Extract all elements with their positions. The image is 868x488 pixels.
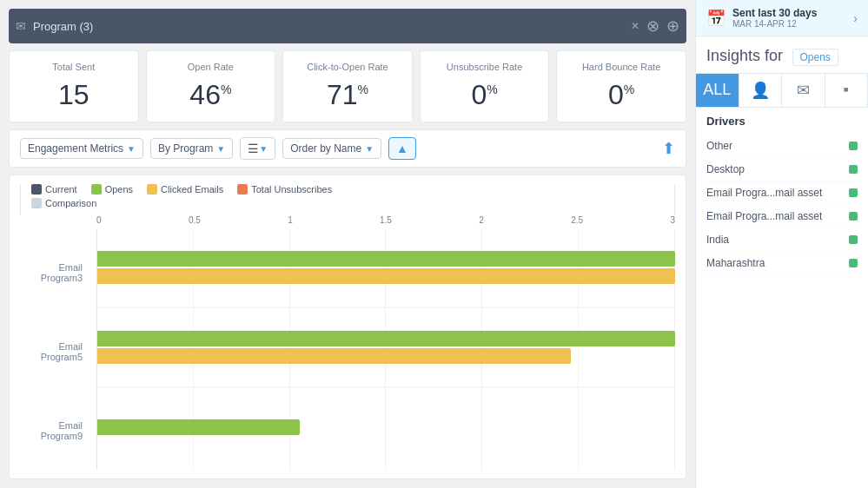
metric-dropdown-arrow: ▼ — [127, 144, 136, 154]
sort-asc-icon: ▲ — [396, 142, 408, 155]
tab-close-icon[interactable]: ✕ — [631, 20, 639, 32]
drivers-title: Drivers — [706, 115, 858, 128]
bar-group-program3 — [97, 228, 675, 308]
stat-label-cto-rate: Click-to-Open Rate — [297, 62, 398, 72]
filter-tab-email[interactable]: ✉ — [782, 74, 825, 107]
y-label-program9: Email Program9 — [20, 403, 89, 458]
tab-label: Program (3) — [33, 20, 624, 33]
bar-program9-opens — [97, 419, 675, 435]
legend-unsub: Total Unsubscribes — [237, 184, 332, 195]
stat-total-sent: Total Sent 15 — [9, 50, 139, 122]
stat-cto-rate: Click-to-Open Rate 71% — [282, 50, 413, 122]
driver-maharashtra: Maharashtra — [706, 252, 858, 275]
stat-value-open-rate: 46% — [161, 79, 262, 111]
group-dropdown-arrow: ▼ — [216, 144, 225, 154]
stats-row: Total Sent 15 Open Rate 46% Click-to-Ope… — [9, 50, 686, 122]
sort-asc-button[interactable]: ▲ — [388, 137, 416, 160]
left-panel: ✉ Program (3) ✕ ⊗ ⊕ Total Sent 15 Open R… — [0, 0, 695, 488]
person-icon: 👤 — [751, 82, 770, 99]
x-label-3: 3 — [670, 215, 675, 225]
stat-open-rate: Open Rate 46% — [146, 50, 276, 122]
bar-group-program5 — [97, 308, 675, 388]
bar-program5-clicked — [97, 348, 675, 364]
bars-area — [96, 228, 675, 470]
stat-label-unsub-rate: Unsubscribe Rate — [434, 62, 535, 72]
filter-tab-other[interactable]: ▪ — [825, 74, 869, 107]
chart-area: 0 0.5 1 1.5 2 2.5 3 — [96, 215, 675, 470]
add-circle-icon: ⊕ — [666, 16, 679, 36]
stat-value-total-sent: 15 — [23, 79, 124, 111]
stat-value-unsub-rate: 0% — [434, 79, 535, 111]
chart-legend: Current Opens Clicked Emails Total Unsub… — [20, 184, 675, 198]
x-label-1: 1 — [288, 215, 293, 225]
bar-fill-program3-opens — [97, 251, 675, 267]
layout-icon: ☰ — [248, 142, 259, 155]
legend-clicked-label: Clicked Emails — [161, 184, 223, 195]
other-icon: ▪ — [844, 81, 849, 98]
date-nav-icon[interactable]: › — [853, 11, 858, 25]
legend-current: Current — [31, 184, 77, 195]
legend-current-dot — [31, 184, 42, 195]
x-label-05: 0.5 — [189, 215, 201, 225]
group-label: By Program — [158, 142, 213, 155]
filter-tab-all[interactable]: ALL — [696, 74, 739, 107]
drivers-section: Drivers Other Desktop Email Progra...mai… — [696, 108, 868, 282]
driver-email2: Email Progra...mail asset — [706, 205, 858, 228]
y-label-program5: Email Program5 — [20, 324, 89, 379]
group-dropdown[interactable]: By Program ▼ — [150, 138, 233, 159]
y-label-program3: Email Program3 — [20, 245, 89, 300]
driver-other-dot — [849, 142, 858, 150]
right-panel: 📅 Sent last 30 days MAR 14-APR 12 › Insi… — [695, 0, 868, 488]
bar-fill-program5-clicked — [97, 348, 571, 364]
x-label-2: 2 — [479, 215, 484, 225]
layout-arrow: ▼ — [259, 144, 268, 154]
controls-bar: Engagement Metrics ▼ By Program ▼ ☰ ▼ Or… — [9, 129, 686, 168]
legend-opens: Opens — [91, 184, 133, 195]
legend-current-label: Current — [45, 184, 77, 195]
driver-india-label: India — [706, 234, 729, 246]
legend-opens-label: Opens — [105, 184, 133, 195]
date-header: 📅 Sent last 30 days MAR 14-APR 12 › — [696, 0, 868, 36]
metric-dropdown[interactable]: Engagement Metrics ▼ — [20, 138, 143, 159]
insights-title: Insights for — [706, 47, 783, 64]
export-icon: ⬆ — [662, 140, 675, 157]
order-dropdown[interactable]: Order by Name ▼ — [282, 138, 381, 159]
bar-fill-program9-opens — [97, 419, 300, 435]
bar-group-program9 — [97, 387, 675, 467]
all-label: ALL — [703, 81, 731, 98]
insights-header: Insights for Opens — [696, 36, 868, 74]
export-button[interactable]: ⬆ — [662, 139, 675, 158]
legend-clicked: Clicked Emails — [147, 184, 223, 195]
driver-desktop-dot — [849, 165, 858, 174]
legend-comparison-dot — [31, 198, 42, 208]
order-dropdown-arrow: ▼ — [365, 144, 374, 154]
email-icon: ✉ — [797, 82, 810, 99]
x-label-25: 2.5 — [571, 215, 583, 225]
order-label: Order by Name — [290, 142, 361, 155]
bar-fill-program3-clicked — [97, 268, 675, 284]
bar-program5-opens — [97, 331, 675, 346]
stat-value-cto-rate: 71% — [297, 79, 398, 111]
chart-inner: Email Program3 Email Program5 Email Prog… — [20, 215, 675, 470]
driver-email1-dot — [849, 188, 858, 197]
filter-tab-person[interactable]: 👤 — [739, 74, 783, 107]
legend-comparison: Comparison — [31, 198, 96, 208]
stat-label-total-sent: Total Sent — [23, 62, 124, 72]
driver-other-label: Other — [706, 140, 732, 152]
tab-bar: ✉ Program (3) ✕ ⊗ ⊕ — [9, 9, 686, 43]
stat-bounce-rate: Hard Bounce Rate 0% — [556, 50, 686, 122]
driver-other: Other — [706, 135, 858, 158]
layout-button[interactable]: ☰ ▼ — [240, 137, 275, 160]
add-tab-button[interactable]: ⊕ — [666, 16, 679, 36]
bar-program3-clicked — [97, 268, 675, 284]
insights-opens-tab[interactable]: Opens — [792, 49, 838, 66]
stat-label-bounce-rate: Hard Bounce Rate — [571, 62, 672, 72]
driver-maharashtra-label: Maharashtra — [706, 257, 765, 269]
chart-legend-comparison: Comparison — [20, 198, 675, 215]
date-info: Sent last 30 days MAR 14-APR 12 — [732, 7, 817, 29]
bar-fill-program5-opens — [97, 331, 675, 346]
legend-clicked-dot — [147, 184, 157, 195]
chart-container: Current Opens Clicked Emails Total Unsub… — [9, 175, 686, 479]
calendar-icon: 📅 — [706, 9, 726, 28]
close-tab-button[interactable]: ⊗ — [646, 16, 659, 36]
